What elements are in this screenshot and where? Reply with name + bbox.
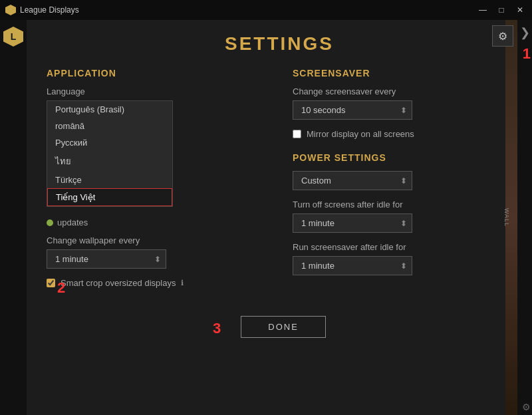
screensaver-idle-wrapper: 1 minute 5 minutes Never ⬍ bbox=[293, 256, 412, 275]
bottom-gear-icon[interactable]: ⚙ bbox=[522, 402, 531, 412]
mirror-label: Mirror display on all screens bbox=[307, 129, 414, 139]
power-section-title: POWER SETTINGS bbox=[293, 152, 512, 163]
screensaver-change-label: Change screensaver every bbox=[293, 86, 512, 96]
window-controls: — □ ✕ bbox=[476, 3, 527, 17]
screensaver-idle-select[interactable]: 1 minute 5 minutes Never bbox=[293, 256, 412, 275]
auto-update-text: updates bbox=[57, 217, 88, 227]
turn-off-wrapper: 1 minute 5 minutes Never ⬍ bbox=[293, 213, 412, 233]
annotation-label-1: 1 bbox=[523, 45, 531, 63]
main-container: L ⚙ 1 SETTINGS APPLICATION Language Port… bbox=[0, 20, 532, 415]
maximize-button[interactable]: □ bbox=[495, 3, 508, 17]
annotation-label-3: 3 bbox=[213, 320, 221, 342]
auto-update-row: updates bbox=[47, 217, 266, 227]
smart-crop-label: Smart crop oversized displays bbox=[61, 278, 176, 288]
mirror-row: Mirror display on all screens bbox=[293, 129, 512, 139]
annotation-label-2: 2 bbox=[57, 279, 65, 297]
titlebar: League Displays — □ ✕ bbox=[0, 0, 532, 20]
wall-label: WALL bbox=[503, 208, 510, 227]
app-logo: L bbox=[3, 27, 23, 47]
app-icon bbox=[5, 5, 16, 15]
window-title: League Displays bbox=[20, 5, 79, 15]
smart-crop-info-icon: ℹ bbox=[181, 279, 184, 287]
lang-option-pt[interactable]: Português (Brasil) bbox=[47, 101, 172, 118]
power-section: POWER SETTINGS Custom Default ⬍ Turn off… bbox=[293, 152, 512, 275]
settings-columns: APPLICATION Language Português (Brasil) … bbox=[47, 68, 512, 296]
left-sidebar: L bbox=[0, 20, 27, 415]
lang-option-tr[interactable]: Türkçe bbox=[47, 172, 172, 188]
minimize-button[interactable]: — bbox=[476, 3, 489, 17]
language-label: Language bbox=[47, 86, 266, 96]
power-preset-select[interactable]: Custom Default bbox=[293, 171, 412, 190]
done-button[interactable]: DONE bbox=[241, 316, 326, 338]
screensaver-interval-select[interactable]: 10 seconds 30 seconds 1 minute bbox=[293, 100, 412, 120]
screensaver-idle-label: Run screensaver after idle for bbox=[293, 242, 512, 252]
right-column: SCREENSAVER Change screensaver every 10 … bbox=[293, 68, 512, 296]
right-sidebar: ❯ ⚙ bbox=[517, 20, 532, 415]
status-dot bbox=[47, 219, 53, 226]
power-preset-wrapper: Custom Default ⬍ bbox=[293, 171, 412, 190]
settings-gear-button[interactable]: ⚙ bbox=[492, 25, 513, 47]
turn-off-select[interactable]: 1 minute 5 minutes Never bbox=[293, 213, 412, 233]
wallpaper-select-wrapper: 1 minute 5 minutes 10 minutes 30 minutes… bbox=[47, 249, 166, 269]
turn-off-label: Turn off screens after idle for bbox=[293, 200, 512, 209]
screensaver-section: SCREENSAVER Change screensaver every 10 … bbox=[293, 68, 512, 139]
wallpaper-every-label: Change wallpaper every bbox=[47, 235, 266, 245]
wallpaper-select[interactable]: 1 minute 5 minutes 10 minutes 30 minutes bbox=[47, 249, 166, 269]
done-button-wrapper: 3 DONE bbox=[47, 316, 512, 338]
titlebar-left: League Displays bbox=[5, 5, 79, 15]
language-dropdown[interactable]: Português (Brasil) română Русский ไทย Tü… bbox=[47, 100, 173, 207]
application-section-title: APPLICATION bbox=[47, 68, 266, 78]
smart-crop-checkbox[interactable] bbox=[47, 279, 55, 287]
gear-icon: ⚙ bbox=[498, 30, 507, 43]
mirror-checkbox[interactable] bbox=[293, 130, 301, 138]
lang-option-th[interactable]: ไทย bbox=[47, 151, 172, 172]
page-title: SETTINGS bbox=[47, 20, 512, 68]
settings-panel: ⚙ 1 SETTINGS APPLICATION Language Portug… bbox=[27, 20, 532, 415]
smart-crop-row: Smart crop oversized displays ℹ bbox=[47, 278, 266, 288]
next-arrow-icon[interactable]: ❯ bbox=[520, 25, 530, 40]
close-button[interactable]: ✕ bbox=[513, 3, 527, 17]
screensaver-interval-wrapper: 10 seconds 30 seconds 1 minute ⬍ bbox=[293, 100, 412, 120]
logo-letter: L bbox=[11, 31, 17, 42]
lang-option-ro[interactable]: română bbox=[47, 118, 172, 134]
application-section: APPLICATION Language Português (Brasil) … bbox=[47, 68, 266, 296]
lang-option-vi[interactable]: Tiếng Việt bbox=[47, 188, 172, 206]
lang-option-ru[interactable]: Русский bbox=[47, 134, 172, 151]
screensaver-section-title: SCREENSAVER bbox=[293, 68, 512, 78]
